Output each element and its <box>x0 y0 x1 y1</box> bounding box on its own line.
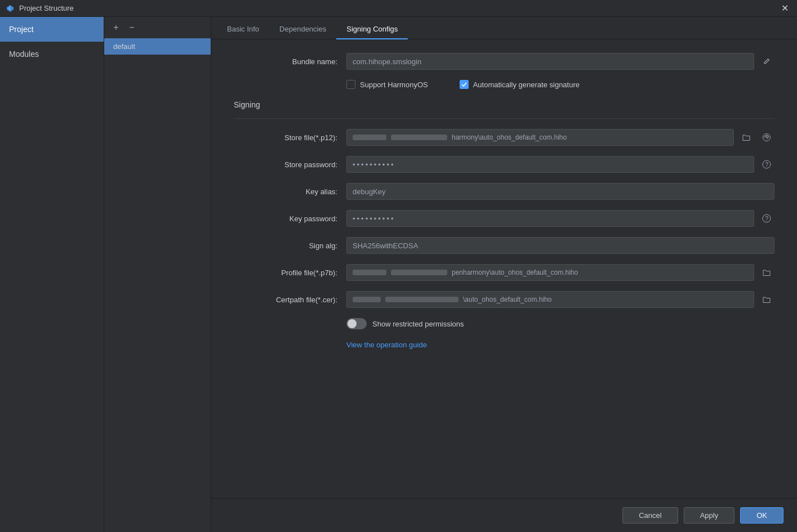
auto-signature-checkbox[interactable]: Automatically generate signature <box>460 80 580 89</box>
certpath-file-path-text: \auto_ohos_default_com.hiho <box>463 296 551 303</box>
tab-basic-info[interactable]: Basic Info <box>217 20 269 39</box>
sidebar: Project Modules <box>0 17 104 532</box>
support-harmony-label: Support HarmonyOS <box>360 81 428 89</box>
sign-alg-input[interactable] <box>346 237 774 254</box>
sign-alg-label: Sign alg: <box>234 242 346 250</box>
store-file-input[interactable]: harmony\auto_ohos_default_com.hiho <box>346 129 734 146</box>
certpath-file-input-wrap: \auto_ohos_default_com.hiho <box>346 291 774 308</box>
toggle-knob <box>348 319 357 328</box>
certpath-file-label: Certpath file(*.cer): <box>234 296 346 304</box>
sidebar-item-project[interactable]: Project <box>0 17 104 42</box>
profile-file-input-wrap: penharmony\auto_ohos_default_com.hiho <box>346 264 774 281</box>
operation-guide-row: View the operation guide <box>346 341 774 349</box>
tabs-bar: Basic Info Dependencies Signing Configs <box>211 17 797 39</box>
content-area: Basic Info Dependencies Signing Configs … <box>211 17 797 532</box>
profile-file-folder-icon[interactable] <box>759 265 774 280</box>
key-password-help-icon[interactable]: ? <box>759 211 774 226</box>
middle-panel: + − default <box>104 17 211 532</box>
profile-file-label: Profile file(*.p7b): <box>234 269 346 277</box>
signing-section: Signing <box>234 100 774 119</box>
restricted-permissions-toggle[interactable] <box>346 318 367 329</box>
store-file-row: Store file(*.p12): harmony\auto_ohos_def… <box>234 129 774 146</box>
store-password-input-wrap: ? <box>346 156 774 173</box>
store-file-label: Store file(*.p12): <box>234 133 346 142</box>
store-password-help-icon[interactable]: ? <box>759 157 774 172</box>
support-harmony-checkbox-box <box>346 80 355 89</box>
store-file-fingerprint-icon[interactable] <box>759 129 774 145</box>
certpath-file-blur-2 <box>385 297 458 302</box>
title-bar: Project Structure ✕ <box>0 0 797 17</box>
support-harmony-checkbox[interactable]: Support HarmonyOS <box>346 80 428 89</box>
main-window: Project Structure ✕ Project Modules + − … <box>0 0 797 532</box>
remove-config-button[interactable]: − <box>126 21 138 34</box>
tab-signing-configs[interactable]: Signing Configs <box>336 20 408 39</box>
key-password-input[interactable] <box>346 210 754 227</box>
key-password-input-wrap: ? <box>346 210 774 227</box>
module-toolbar: + − <box>104 17 211 38</box>
store-password-input[interactable] <box>346 156 754 173</box>
sidebar-item-modules[interactable]: Modules <box>0 42 104 66</box>
bundle-name-input-wrap <box>346 53 774 70</box>
app-logo-icon <box>6 4 15 13</box>
tab-dependencies[interactable]: Dependencies <box>269 20 336 39</box>
config-item-default[interactable]: default <box>104 38 211 55</box>
close-button[interactable]: ✕ <box>778 2 791 15</box>
bundle-name-edit-icon[interactable] <box>759 53 774 69</box>
ok-button[interactable]: OK <box>740 507 783 524</box>
certpath-file-row: Certpath file(*.cer): \auto_ohos_default… <box>234 291 774 308</box>
key-alias-input-wrap <box>346 183 774 200</box>
show-restricted-row: Show restricted permissions <box>346 318 774 329</box>
profile-file-input[interactable]: penharmony\auto_ohos_default_com.hiho <box>346 264 754 281</box>
svg-text:?: ? <box>765 162 769 168</box>
auto-signature-checkbox-box <box>460 80 469 89</box>
profile-file-blur-1 <box>353 270 386 275</box>
profile-file-blur-2 <box>391 270 447 275</box>
bundle-name-input[interactable] <box>346 53 754 70</box>
form-area: Bundle name: Support Harmony <box>211 39 797 498</box>
certpath-file-folder-icon[interactable] <box>759 292 774 307</box>
key-password-label: Key password: <box>234 214 346 223</box>
profile-file-path-text: penharmony\auto_ohos_default_com.hiho <box>452 269 578 276</box>
store-file-folder-icon[interactable] <box>738 129 754 145</box>
bundle-name-label: Bundle name: <box>234 57 346 66</box>
store-file-blur-1 <box>353 135 386 140</box>
key-alias-input[interactable] <box>346 183 774 200</box>
apply-button[interactable]: Apply <box>684 507 735 524</box>
store-file-input-wrap: harmony\auto_ohos_default_com.hiho <box>346 129 774 146</box>
store-password-label: Store password: <box>234 160 346 169</box>
key-password-row: Key password: ? <box>234 210 774 227</box>
add-config-button[interactable]: + <box>110 21 122 34</box>
bundle-name-row: Bundle name: <box>234 53 774 70</box>
restricted-permissions-label: Show restricted permissions <box>372 320 464 328</box>
footer: Cancel Apply OK <box>211 498 797 532</box>
auto-signature-label: Automatically generate signature <box>473 81 580 89</box>
sign-alg-row: Sign alg: <box>234 237 774 254</box>
window-title: Project Structure <box>19 4 74 12</box>
key-alias-row: Key alias: <box>234 183 774 200</box>
store-password-row: Store password: ? <box>234 156 774 173</box>
checkbox-row: Support HarmonyOS Automatically generate… <box>346 80 774 89</box>
signing-divider <box>234 118 774 119</box>
cancel-button[interactable]: Cancel <box>622 507 678 524</box>
operation-guide-link[interactable]: View the operation guide <box>346 341 427 349</box>
svg-text:?: ? <box>765 216 769 222</box>
key-alias-label: Key alias: <box>234 187 346 196</box>
sign-alg-input-wrap <box>346 237 774 254</box>
store-file-path-text: harmony\auto_ohos_default_com.hiho <box>452 133 567 141</box>
certpath-file-blur-1 <box>353 297 381 302</box>
svg-point-3 <box>766 137 767 138</box>
store-file-blur-2 <box>391 135 447 140</box>
signing-title: Signing <box>234 100 774 109</box>
certpath-file-input[interactable]: \auto_ohos_default_com.hiho <box>346 291 754 308</box>
profile-file-row: Profile file(*.p7b): penharmony\auto_oho… <box>234 264 774 281</box>
main-layout: Project Modules + − default Basic Info D… <box>0 17 797 532</box>
